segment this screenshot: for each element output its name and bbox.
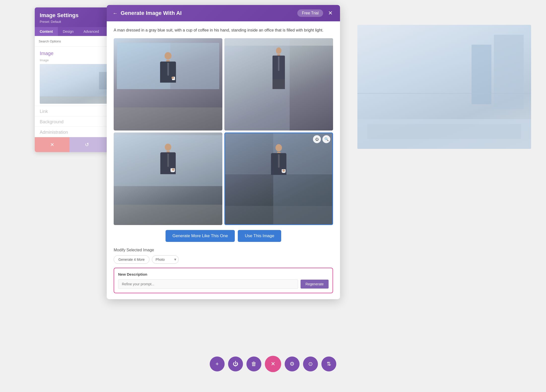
regenerate-button[interactable]: Regenerate: [301, 280, 329, 289]
style-select[interactable]: Photo Illustration Painting: [152, 255, 179, 264]
style-select-wrapper: Photo Illustration Painting: [152, 255, 179, 264]
prompt-text: A man dressed in a gray blue suit, with …: [114, 27, 333, 33]
image-cell-4[interactable]: ⏻ 🔍: [224, 132, 333, 225]
toolbar-settings-button[interactable]: ⚙: [285, 357, 300, 371]
generate-more-button[interactable]: Generate More Like This One: [166, 230, 235, 242]
new-description-title: New Description: [118, 272, 329, 276]
ai-title-area: ← Generate Image With AI: [113, 10, 182, 16]
toolbar-history-button[interactable]: ⊙: [303, 357, 318, 371]
right-bg-panel: [357, 25, 531, 149]
toolbar-delete-button[interactable]: 🗑: [246, 357, 261, 371]
free-trial-badge[interactable]: Free Trial: [297, 9, 323, 17]
tab-content[interactable]: Content: [35, 27, 58, 36]
image-cell-3[interactable]: [114, 132, 222, 225]
toolbar-power-button[interactable]: ⏻: [228, 357, 243, 371]
modify-controls: Generate 4 More Photo Illustration Paint…: [114, 255, 333, 264]
refine-prompt-input[interactable]: [118, 279, 298, 289]
undo-button[interactable]: ↺: [69, 137, 104, 152]
image-cell-1[interactable]: [114, 38, 222, 131]
ai-dialog-body: A man dressed in a gray blue suit, with …: [107, 21, 340, 299]
building-2: [472, 45, 491, 104]
back-icon[interactable]: ←: [113, 10, 118, 16]
ai-dialog-title: Generate Image With AI: [121, 10, 182, 16]
power-overlay-icon[interactable]: ⏻: [313, 135, 321, 143]
image-grid: ⏻ 🔍: [114, 38, 333, 225]
generate-4-button[interactable]: Generate 4 More: [114, 255, 149, 264]
right-bg-image: [357, 25, 531, 149]
image-cell-2[interactable]: [224, 38, 333, 131]
tab-design[interactable]: Design: [58, 27, 79, 36]
ai-dialog-header: ← Generate Image With AI Free Trial ✕: [107, 5, 340, 21]
tab-advanced[interactable]: Advanced: [78, 27, 104, 36]
close-button[interactable]: ✕: [327, 9, 334, 17]
zoom-overlay-icon[interactable]: 🔍: [322, 135, 330, 143]
ai-header-right: Free Trial ✕: [297, 9, 334, 17]
toolbar-reorder-button[interactable]: ⇅: [321, 357, 336, 371]
new-desc-input-row: Regenerate: [118, 279, 329, 289]
bottom-toolbar: + ⏻ 🗑 ✕ ⚙ ⊙ ⇅: [210, 356, 336, 372]
toolbar-add-button[interactable]: +: [210, 357, 225, 371]
action-buttons: Generate More Like This One Use This Ima…: [114, 230, 333, 242]
cancel-button[interactable]: ✕: [35, 137, 69, 152]
selected-image-overlay: ⏻ 🔍: [311, 133, 332, 145]
use-image-button[interactable]: Use This Image: [238, 230, 281, 242]
new-description-section: New Description Regenerate: [114, 268, 333, 293]
toolbar-close-button[interactable]: ✕: [265, 356, 281, 372]
ai-dialog: ← Generate Image With AI Free Trial ✕ A …: [107, 5, 340, 299]
modify-section: Modify Selected Image Generate 4 More Ph…: [114, 248, 333, 264]
building-1: [494, 35, 524, 109]
panel-title: Image Settings: [40, 12, 78, 19]
modify-title: Modify Selected Image: [114, 248, 333, 252]
